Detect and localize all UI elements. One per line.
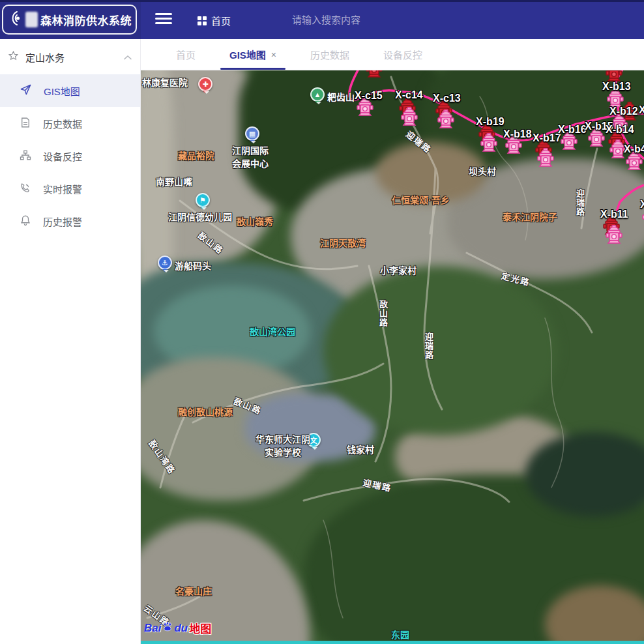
device-label[interactable]: X-b11 xyxy=(600,209,628,220)
road-label: 迎瑞路 xyxy=(422,332,435,360)
area-label: 小李家村 xyxy=(380,263,417,276)
tab-label: 设备反控 xyxy=(383,48,422,61)
sidebar-item-label: 历史报警 xyxy=(43,214,82,228)
device-label[interactable]: X xyxy=(640,199,644,211)
hydrant-marker-X-c15-red[interactable] xyxy=(365,70,383,80)
sitemap-icon xyxy=(20,149,31,163)
area-label: 敔山湾公园 xyxy=(250,325,295,338)
document-icon xyxy=(20,117,31,130)
device-label[interactable]: X-b19 xyxy=(476,116,505,128)
device-label[interactable]: X-b14 xyxy=(606,124,634,136)
sidebar-item-label: 历史数据 xyxy=(43,117,82,130)
close-icon[interactable]: × xyxy=(271,50,276,59)
area-label: 敔山嶺秀 xyxy=(237,214,273,227)
device-label[interactable]: X-c13 xyxy=(433,93,461,104)
hydrant-marker-X-b19-pink[interactable] xyxy=(480,133,498,154)
gis-map-canvas[interactable]: X-c15 X-c14 xyxy=(141,70,644,644)
topbar-edge xyxy=(0,0,644,2)
baidu-map-word: 地图 xyxy=(189,620,211,636)
tab-label: 首页 xyxy=(176,48,196,61)
topbar-home[interactable]: 首页 xyxy=(198,14,231,27)
flag-pin[interactable]: ⚑ xyxy=(196,193,210,207)
sidebar-item-label: 设备反控 xyxy=(43,149,82,163)
sidebar: 定山水务 GIS地图 历史数据 设备反控 xyxy=(0,39,141,644)
star-icon xyxy=(8,50,19,63)
device-label[interactable]: X-c14 xyxy=(395,89,423,101)
poi-label: 林康复医院 xyxy=(142,76,188,89)
send-icon xyxy=(20,83,32,98)
hospital-pin[interactable]: ✚ xyxy=(198,77,212,91)
tab-gis-map[interactable]: GIS地图 × xyxy=(212,39,293,70)
device-label[interactable]: X-b4 xyxy=(624,143,644,155)
hydrant-marker-X-c14-pink[interactable] xyxy=(400,107,418,128)
sidebar-item-label: 实时报警 xyxy=(43,182,82,196)
redacted-text xyxy=(25,12,38,27)
pipeline-layer xyxy=(141,70,644,644)
tab-device-control[interactable]: 设备反控 xyxy=(366,39,439,70)
sidebar-group-dingshan[interactable]: 定山水务 xyxy=(0,39,140,74)
tabbar: 首页 GIS地图 × 历史数据 设备反控 xyxy=(141,39,644,70)
sidebar-item-gis-map[interactable]: GIS地图 xyxy=(0,74,140,107)
mountain-pin[interactable]: ▲ xyxy=(310,87,325,102)
search-input[interactable] xyxy=(292,12,409,27)
device-label[interactable]: X-b18 xyxy=(503,128,532,140)
bell-icon xyxy=(20,214,31,228)
area-label: 坝头村 xyxy=(469,164,496,177)
tab-history-data[interactable]: 历史数据 xyxy=(293,39,366,70)
device-label[interactable]: X-b12 xyxy=(609,106,638,117)
sidebar-group-label: 定山水务 xyxy=(25,50,123,64)
baidu-logo-text: Bai xyxy=(144,622,161,635)
hydrant-marker-X-c13-pink[interactable] xyxy=(437,110,455,130)
sidebar-item-history-data[interactable]: 历史数据 xyxy=(0,107,140,139)
app-logo: 森林消防供水系统 xyxy=(2,5,137,35)
building-pin[interactable]: ▦ xyxy=(245,126,259,141)
device-label[interactable]: X-c15 xyxy=(355,90,383,102)
area-label: 融创敔山桃源 xyxy=(178,405,233,418)
baidu-logo-text2: du xyxy=(174,622,188,635)
hydrant-marker-X-b17-pink[interactable] xyxy=(536,148,555,169)
poi-label: 江阴国际会展中心 xyxy=(232,143,269,169)
map-bottom-strip xyxy=(141,641,644,644)
area-label: 名豪山庄 xyxy=(175,584,212,597)
area-label: 东园 xyxy=(391,628,409,641)
poi-label: 游船码头 xyxy=(175,259,211,272)
poi-label: 华东师大江阴实验学校 xyxy=(256,432,310,458)
hamburger-icon[interactable] xyxy=(155,13,172,26)
road-label: 敔山路 xyxy=(377,300,389,327)
paw-icon xyxy=(162,621,173,636)
app-title: 森林消防供水系统 xyxy=(40,12,132,28)
area-label: 南野山嘴 xyxy=(156,175,192,188)
sidebar-item-realtime-alarm[interactable]: 实时报警 xyxy=(0,172,140,205)
road-label: 迎瑞路 xyxy=(574,189,586,216)
chevron-up-icon[interactable] xyxy=(123,51,132,63)
device-label[interactable]: X-b17 xyxy=(533,132,561,144)
device-label[interactable]: X-b1 xyxy=(639,104,644,116)
tab-label: 历史数据 xyxy=(310,48,349,61)
area-label: 江阴天敔湾 xyxy=(320,236,366,249)
sidebar-item-label: GIS地图 xyxy=(44,84,80,98)
area-label: 仁恒棠颂·吾乡 xyxy=(392,193,450,206)
hydrant-marker-X-b11-pink[interactable] xyxy=(605,225,623,246)
logo-panel: 森林消防供水系统 xyxy=(0,0,141,39)
topbar: 森林消防供水系统 首页 xyxy=(0,0,644,39)
phone-icon xyxy=(20,182,31,196)
poi-label: 耙齿山 xyxy=(327,90,355,103)
sidebar-item-history-alarm[interactable]: 历史报警 xyxy=(0,205,140,237)
sidebar-item-device-control[interactable]: 设备反控 xyxy=(0,139,140,172)
grid-icon xyxy=(198,16,207,25)
poi-label: 江阴信德幼儿园 xyxy=(168,210,232,223)
map-attribution: Bai du 地图 xyxy=(144,620,211,636)
device-label[interactable]: X-b16 xyxy=(558,124,587,136)
radar-icon xyxy=(7,10,24,29)
area-label: 藏品裕院 xyxy=(178,149,214,162)
anchor-pin[interactable]: ⚓ xyxy=(158,256,172,270)
topbar-home-label: 首页 xyxy=(211,14,231,27)
device-label[interactable]: X-b13 xyxy=(602,81,631,93)
area-label: 钱家村 xyxy=(347,443,374,456)
area-label: 泰禾江阴院子 xyxy=(503,210,557,223)
tab-label: GIS地图 xyxy=(229,48,266,61)
tab-home[interactable]: 首页 xyxy=(159,39,212,70)
